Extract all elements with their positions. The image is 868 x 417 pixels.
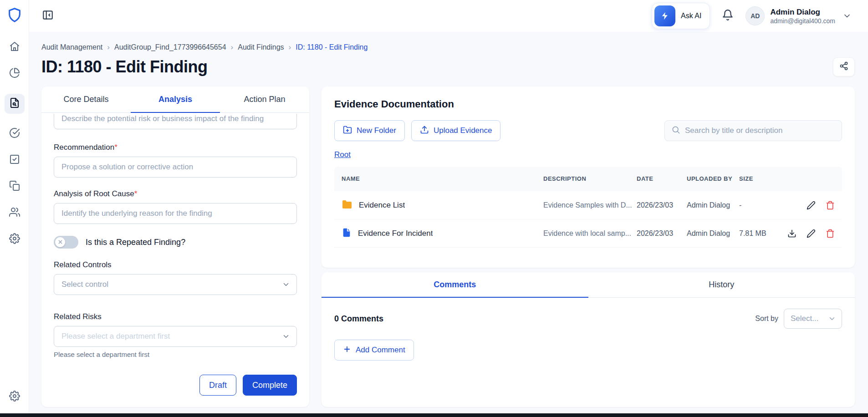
lightning-bolt-icon <box>654 5 675 26</box>
chevron-down-icon <box>828 315 836 323</box>
comments-card: Comments History 0 Comments Sort by Sele… <box>322 272 855 407</box>
table-row-evidence-for-incident[interactable]: Evidence For Incident Evidence with loca… <box>334 219 842 248</box>
ask-ai-label: Ask AI <box>681 12 701 20</box>
app-window: Ask AI AD Admin Dialog admin@digital400.… <box>0 0 868 413</box>
tab-comments[interactable]: Comments <box>322 272 588 298</box>
repeated-finding-toggle[interactable] <box>54 236 78 249</box>
required-marker: * <box>114 143 117 152</box>
repeated-finding-row: Is this a Repeated Finding? <box>54 236 297 249</box>
folder-plus-icon <box>343 125 352 137</box>
avatar: AD <box>745 6 765 25</box>
ask-ai-button[interactable]: Ask AI <box>652 3 710 29</box>
user-identity: Admin Dialog admin@digital400.com <box>770 7 835 24</box>
root-folder-link[interactable]: Root <box>334 150 351 159</box>
comments-sort: Sort by Select... <box>755 309 842 329</box>
breadcrumb-item-audit-findings[interactable]: Audit Findings <box>238 43 284 51</box>
copy-icon <box>9 180 20 193</box>
edit-icon[interactable] <box>807 229 816 238</box>
sidebar-item-support[interactable] <box>9 391 20 403</box>
table-row-evidence-list[interactable]: Evidence List Evidence Samples with D...… <box>334 191 842 219</box>
chevron-down-icon <box>842 11 852 20</box>
upload-icon <box>420 125 429 137</box>
breadcrumb-item-audit-group[interactable]: AuditGroup_Find_1773996645654 <box>114 43 226 51</box>
x-icon <box>58 238 63 246</box>
chevron-down-icon <box>282 332 290 341</box>
sidebar-item-tasks[interactable] <box>9 154 20 167</box>
sidebar-toggle-button[interactable] <box>42 9 54 23</box>
row-description: Evidence with local samp... <box>543 229 637 238</box>
download-icon[interactable] <box>787 229 797 238</box>
tab-analysis[interactable]: Analysis <box>131 86 220 113</box>
page-content: Audit Management › AuditGroup_Find_17739… <box>29 32 868 413</box>
row-description: Evidence Samples with D... <box>543 201 637 209</box>
trash-icon[interactable] <box>826 229 835 238</box>
new-folder-button[interactable]: New Folder <box>334 120 405 141</box>
home-icon <box>9 41 20 54</box>
row-name: Evidence For Incident <box>358 229 433 238</box>
window-bottom-edge <box>0 413 868 417</box>
search-icon <box>671 125 680 136</box>
sidebar-item-home[interactable] <box>9 41 20 54</box>
share-icon <box>839 61 848 72</box>
complete-button[interactable]: Complete <box>243 375 297 396</box>
related-controls-placeholder: Select control <box>61 280 108 289</box>
breadcrumb-separator: › <box>289 43 291 52</box>
column-header-date: DATE <box>637 175 687 183</box>
sidebar-item-library[interactable] <box>9 180 20 193</box>
related-controls-select[interactable]: Select control <box>54 274 297 295</box>
plus-icon <box>343 345 351 356</box>
panel-toggle-icon <box>42 9 54 23</box>
related-risks-placeholder: Please select a department first <box>61 332 170 341</box>
row-size: 7.81 MB <box>739 229 780 238</box>
root-cause-input[interactable] <box>54 203 297 224</box>
evidence-table: NAME DESCRIPTION DATE UPLOADED BY SIZE <box>334 167 842 248</box>
evidence-toolbar: New Folder Upload Evidence <box>334 120 842 141</box>
title-row: ID: 1180 - Edit Finding <box>41 57 855 76</box>
impact-input[interactable] <box>54 114 297 129</box>
breadcrumb-separator: › <box>107 43 110 52</box>
user-name: Admin Dialog <box>770 7 835 17</box>
sidebar-item-users[interactable] <box>9 207 20 219</box>
tab-action-plan[interactable]: Action Plan <box>220 86 309 113</box>
notifications-button[interactable] <box>722 9 734 23</box>
evidence-search-input[interactable] <box>685 126 835 135</box>
bell-icon <box>722 9 734 23</box>
upload-evidence-button[interactable]: Upload Evidence <box>411 120 501 141</box>
comments-body: 0 Comments Sort by Select... <box>322 298 855 371</box>
breadcrumb-item-audit-management[interactable]: Audit Management <box>41 43 102 51</box>
sidebar-item-approvals[interactable] <box>9 127 20 140</box>
user-menu[interactable]: AD Admin Dialog admin@digital400.com <box>745 6 852 25</box>
add-comment-button[interactable]: Add Comment <box>334 340 414 361</box>
breadcrumb-separator: › <box>231 43 234 52</box>
tab-core-details[interactable]: Core Details <box>41 86 131 113</box>
finding-form-card: Core Details Analysis Action Plan Recomm… <box>41 86 309 407</box>
column-header-uploaded-by: UPLOADED BY <box>687 175 739 183</box>
evidence-title: Evidence Documentation <box>334 98 842 110</box>
comments-tabs: Comments History <box>322 272 855 298</box>
sidebar <box>0 0 29 413</box>
topbar: Ask AI AD Admin Dialog admin@digital400.… <box>29 0 868 32</box>
users-icon <box>9 207 20 219</box>
impact-field-clipped <box>54 114 297 131</box>
sidebar-item-dashboard[interactable] <box>9 67 20 80</box>
page-title: ID: 1180 - Edit Finding <box>41 57 208 76</box>
share-button[interactable] <box>833 57 855 76</box>
edit-icon[interactable] <box>807 201 816 210</box>
related-risks-label: Related Risks <box>54 312 297 321</box>
gear-icon <box>9 395 20 403</box>
sort-select[interactable]: Select... <box>784 309 842 329</box>
related-risks-select[interactable]: Please select a department first <box>54 326 297 347</box>
chevron-down-icon <box>282 280 290 289</box>
column-header-size: SIZE <box>739 175 780 183</box>
trash-icon[interactable] <box>826 201 835 210</box>
sidebar-item-settings[interactable] <box>9 233 20 246</box>
recommendation-input[interactable] <box>54 157 297 178</box>
column-header-name: NAME <box>342 175 543 183</box>
main-area: Ask AI AD Admin Dialog admin@digital400.… <box>29 0 868 413</box>
row-date: 2026/23/03 <box>637 201 687 209</box>
app-logo-shield-icon <box>7 7 22 25</box>
draft-button[interactable]: Draft <box>199 375 236 396</box>
tab-history[interactable]: History <box>588 272 855 298</box>
row-size: - <box>739 201 780 209</box>
sidebar-item-audits[interactable] <box>5 94 25 114</box>
